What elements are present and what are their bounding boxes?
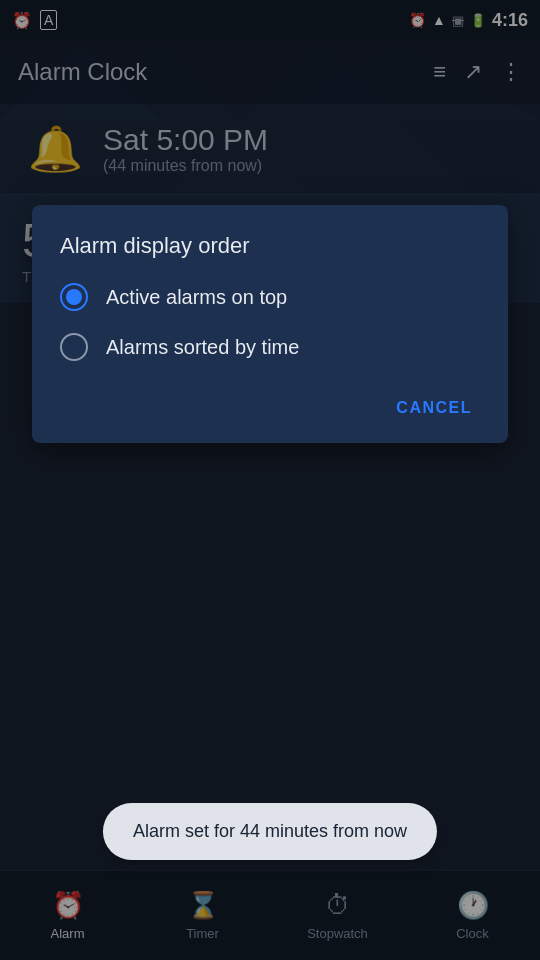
toast-message: Alarm set for 44 minutes from now <box>103 803 437 860</box>
dialog-option-active-top-label: Active alarms on top <box>106 286 287 309</box>
radio-active-top[interactable] <box>60 283 88 311</box>
dialog-option-sorted-time[interactable]: Alarms sorted by time <box>60 333 480 361</box>
alarm-display-order-dialog: Alarm display order Active alarms on top… <box>32 205 508 443</box>
radio-sorted-time[interactable] <box>60 333 88 361</box>
dialog-option-active-top[interactable]: Active alarms on top <box>60 283 480 311</box>
cancel-button[interactable]: CANCEL <box>388 389 480 427</box>
dialog-title: Alarm display order <box>60 233 480 259</box>
dialog-actions: CANCEL <box>60 383 480 427</box>
radio-inner-active-top <box>66 289 82 305</box>
dialog-option-sorted-time-label: Alarms sorted by time <box>106 336 299 359</box>
